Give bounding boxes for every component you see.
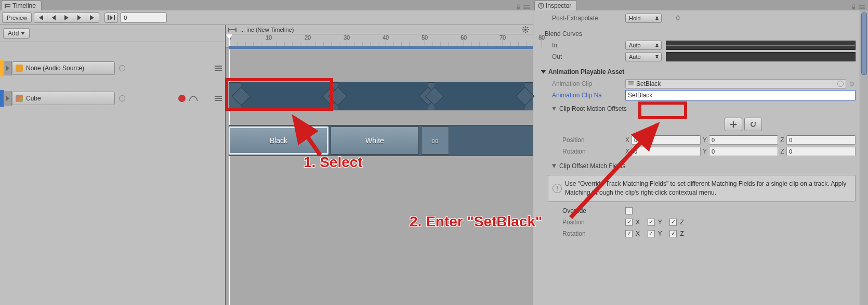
rotation-match-label: Rotation <box>537 230 623 237</box>
annotation-arrow-2 <box>565 122 669 221</box>
track-binding-field[interactable] <box>12 61 115 75</box>
prev-frame-button[interactable] <box>47 12 60 23</box>
go-end-button[interactable] <box>86 12 99 23</box>
svg-rect-6 <box>523 8 530 9</box>
annotation-text-2: 2. Enter "SetBlack" <box>410 213 542 230</box>
animation-clip-field[interactable]: SetBlack <box>625 79 846 88</box>
info-icon: ! <box>553 184 562 193</box>
record-button[interactable] <box>178 95 186 102</box>
inspector-tab-label: Inspector <box>546 2 571 9</box>
annotation-arrow-1 <box>289 113 336 160</box>
timeline-tab[interactable]: Timeline <box>1 1 42 10</box>
timeline-toolbar: Preview <box>0 10 533 25</box>
svg-rect-22 <box>541 5 541 7</box>
object-picker-icon[interactable] <box>837 81 844 87</box>
audio-source-icon <box>16 65 23 72</box>
clip-infinite[interactable]: ∞ <box>421 126 449 155</box>
rot-y-checkbox[interactable] <box>648 230 655 237</box>
track-drag-handle[interactable] <box>4 61 12 75</box>
svg-point-12 <box>524 28 527 30</box>
infinity-icon: ∞ <box>431 135 439 147</box>
position-z-field[interactable] <box>786 135 856 145</box>
playback-range[interactable] <box>229 46 533 49</box>
svg-line-19 <box>523 31 524 32</box>
playable-asset-header[interactable]: Animation Playable Asset <box>537 66 856 78</box>
timeline-panel: Timeline Preview <box>0 0 533 305</box>
preview-button[interactable]: Preview <box>2 12 32 23</box>
track-binding-field[interactable] <box>12 92 115 105</box>
play-button[interactable] <box>60 12 73 23</box>
timeline-clip-area[interactable]: ... ine (New Timeline) 01020304050607080 <box>226 25 533 305</box>
move-tool-button[interactable] <box>725 118 742 131</box>
track-header-animation[interactable] <box>0 90 225 107</box>
panel-menu-icon[interactable] <box>523 4 530 10</box>
rotation-z-field[interactable] <box>786 147 856 156</box>
post-extrapolate-dropdown[interactable]: Hold <box>625 14 662 23</box>
post-extrapolate-value: 0 <box>676 15 680 22</box>
clip-root-motion-foldout[interactable]: Clip Root Motion Offsets <box>537 105 627 112</box>
track-header-column: Add <box>0 25 226 305</box>
svg-rect-10 <box>235 28 236 32</box>
rot-z-checkbox[interactable] <box>669 230 677 237</box>
svg-rect-5 <box>523 7 530 8</box>
play-range-button[interactable] <box>104 12 118 23</box>
audio-clip[interactable] <box>241 82 332 110</box>
curves-button[interactable] <box>189 94 198 103</box>
next-frame-button[interactable] <box>73 12 86 23</box>
rotation-y-field[interactable] <box>709 147 778 156</box>
svg-rect-7 <box>108 15 109 20</box>
inspector-scrollbar[interactable] <box>860 10 868 305</box>
svg-rect-23 <box>541 4 541 5</box>
pos-z-checkbox[interactable] <box>669 219 677 226</box>
blend-out-curve[interactable] <box>666 52 856 61</box>
rotate-tool-button[interactable] <box>744 118 762 131</box>
object-picker-icon[interactable] <box>119 95 125 101</box>
ruler-tick-label: 10 <box>266 34 272 41</box>
svg-rect-26 <box>859 7 865 8</box>
svg-rect-11 <box>229 29 235 30</box>
blend-in-curve[interactable] <box>666 41 856 50</box>
ruler-tick-label: 40 <box>383 34 389 41</box>
scrollbar-thumb[interactable] <box>861 12 867 75</box>
track-menu-icon[interactable] <box>215 66 222 71</box>
inspector-tab[interactable]: Inspector <box>534 1 577 10</box>
foldout-arrow-icon <box>541 70 546 74</box>
add-track-button[interactable]: Add <box>3 28 30 39</box>
ruler-tick-label: 70 <box>499 34 506 41</box>
timeline-tab-bar: Timeline <box>0 0 533 10</box>
svg-rect-1 <box>5 6 10 7</box>
track-name-input[interactable] <box>26 95 99 102</box>
track-drag-handle[interactable] <box>4 91 12 106</box>
blend-in-dropdown[interactable]: Auto <box>625 41 662 50</box>
timeline-asset-path: ... ine (New Timeline) <box>240 27 294 33</box>
object-picker-icon[interactable] <box>119 65 125 71</box>
svg-rect-0 <box>5 4 10 5</box>
range-mode-icon[interactable] <box>228 27 237 33</box>
blend-out-dropdown[interactable]: Auto <box>625 52 662 61</box>
track-header-audio[interactable] <box>0 60 225 77</box>
track-menu-icon[interactable] <box>215 96 222 101</box>
animclip-icon <box>628 81 634 87</box>
track-name-input[interactable] <box>26 65 99 72</box>
audio-clip[interactable] <box>338 82 428 110</box>
timeline-settings-button[interactable] <box>520 26 531 34</box>
lock-icon[interactable] <box>515 4 521 10</box>
animation-clip-name-input[interactable] <box>625 90 856 100</box>
svg-rect-24 <box>852 7 855 9</box>
panel-menu-icon[interactable] <box>859 4 865 10</box>
ruler-tick-label: 80 <box>538 34 545 41</box>
object-picker-icon[interactable]: ⊙ <box>848 80 856 87</box>
go-start-button[interactable] <box>34 12 47 23</box>
gameobject-icon <box>16 95 23 102</box>
frame-field[interactable] <box>120 12 167 23</box>
ruler-tick-label: 50 <box>422 34 428 41</box>
lock-icon[interactable] <box>850 4 857 10</box>
position-y-field[interactable] <box>709 135 778 145</box>
svg-rect-27 <box>859 8 865 9</box>
rot-x-checkbox[interactable] <box>625 230 633 237</box>
svg-rect-29 <box>628 81 634 82</box>
clip-white[interactable]: White <box>331 126 419 155</box>
playhead[interactable] <box>229 34 230 305</box>
svg-line-17 <box>523 27 524 28</box>
audio-clip[interactable] <box>435 82 525 110</box>
